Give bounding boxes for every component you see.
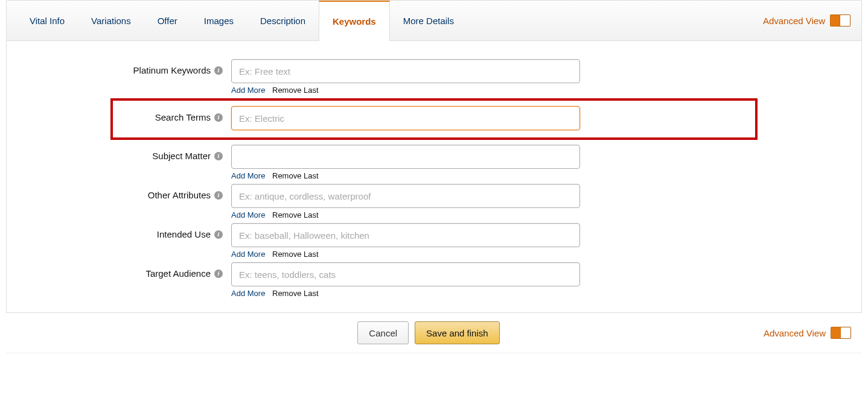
input-search-terms[interactable]: [231, 106, 580, 130]
advanced-view-toggle-bottom[interactable]: Advanced View: [764, 327, 851, 339]
tab-description[interactable]: Description: [247, 1, 319, 40]
advanced-view-label: Advanced View: [764, 328, 826, 338]
info-icon[interactable]: i: [214, 270, 223, 278]
label-target-audience: Target Audience: [145, 268, 211, 279]
add-more-link[interactable]: Add More: [231, 86, 265, 95]
tab-more-details[interactable]: More Details: [390, 1, 467, 40]
row-search-terms: Search Terms i: [110, 98, 758, 140]
remove-last-link[interactable]: Remove Last: [272, 171, 319, 180]
advanced-view-label: Advanced View: [763, 16, 825, 26]
label-other-attributes: Other Attributes: [148, 190, 211, 200]
remove-last-link[interactable]: Remove Last: [272, 250, 319, 259]
row-platinum-keywords: Platinum Keywords i Add More Remove Last: [114, 59, 754, 95]
tab-vital-info[interactable]: Vital Info: [16, 1, 78, 40]
input-intended-use[interactable]: [231, 223, 580, 247]
save-and-finish-button[interactable]: Save and finish: [415, 321, 500, 344]
info-icon[interactable]: i: [214, 191, 223, 200]
label-intended-use: Intended Use: [157, 229, 211, 239]
toggle-switch-icon[interactable]: [830, 14, 850, 27]
label-search-terms: Search Terms: [155, 112, 211, 122]
label-subject-matter: Subject Matter: [152, 151, 211, 161]
row-other-attributes: Other Attributes i Add More Remove Last: [114, 184, 754, 219]
add-more-link[interactable]: Add More: [231, 171, 265, 180]
remove-last-link[interactable]: Remove Last: [272, 289, 319, 298]
footer-bar: Cancel Save and finish Advanced View: [6, 313, 862, 353]
row-target-audience: Target Audience i Add More Remove Last: [114, 262, 754, 298]
add-more-link[interactable]: Add More: [231, 250, 265, 259]
tab-images[interactable]: Images: [191, 1, 247, 40]
row-intended-use: Intended Use i Add More Remove Last: [114, 223, 754, 259]
input-target-audience[interactable]: [231, 262, 580, 286]
tab-variations[interactable]: Variations: [78, 1, 144, 40]
remove-last-link[interactable]: Remove Last: [272, 210, 319, 219]
info-icon[interactable]: i: [214, 152, 223, 160]
form-panel: Platinum Keywords i Add More Remove Last…: [6, 41, 862, 313]
input-platinum-keywords[interactable]: [231, 59, 580, 83]
input-subject-matter[interactable]: [231, 145, 580, 169]
add-more-link[interactable]: Add More: [231, 210, 265, 219]
tab-offer[interactable]: Offer: [144, 1, 191, 40]
remove-last-link[interactable]: Remove Last: [272, 86, 319, 95]
info-icon[interactable]: i: [214, 66, 223, 75]
cancel-button[interactable]: Cancel: [357, 321, 409, 344]
label-platinum-keywords: Platinum Keywords: [133, 65, 211, 75]
advanced-view-toggle-top[interactable]: Advanced View: [763, 14, 850, 27]
tab-keywords[interactable]: Keywords: [319, 1, 390, 41]
toggle-switch-icon[interactable]: [831, 327, 851, 339]
info-icon[interactable]: i: [214, 113, 223, 122]
tab-bar: Vital Info Variations Offer Images Descr…: [6, 0, 862, 41]
info-icon[interactable]: i: [214, 230, 223, 239]
input-other-attributes[interactable]: [231, 184, 580, 208]
add-more-link[interactable]: Add More: [231, 289, 265, 298]
row-subject-matter: Subject Matter i Add More Remove Last: [114, 145, 754, 180]
